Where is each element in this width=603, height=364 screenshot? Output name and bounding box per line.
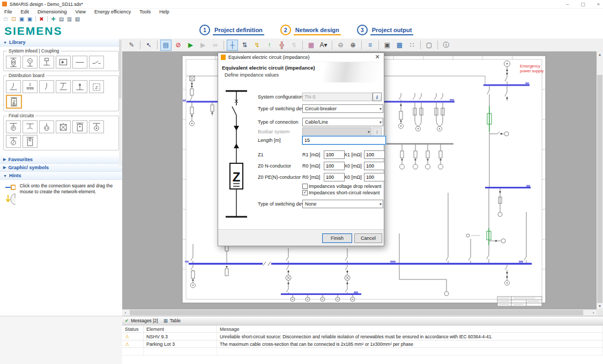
dialog-titlebar[interactable]: Equivalent electric circuit (impedance) … (218, 53, 384, 62)
lamp-circuit-icon[interactable] (89, 120, 104, 133)
distribution-tap-icon[interactable] (56, 80, 71, 93)
window-layout-icon[interactable]: ▢ (423, 40, 435, 51)
align-tool-icon[interactable]: ≡ (364, 40, 376, 51)
menu-item-help[interactable]: Help (155, 9, 174, 14)
busbar-trunking-icon[interactable] (23, 80, 38, 93)
info-tool-icon[interactable]: ⓘ (441, 40, 452, 51)
message-row[interactable]: ⚠NSHV 9.3Unreliable short-circuit source… (122, 333, 603, 340)
generator-infeed-icon[interactable] (23, 56, 38, 69)
connect-tool-icon[interactable]: ✚ (49, 16, 57, 22)
pan-tool-icon[interactable]: ✎ (126, 40, 137, 51)
scrollbar-thumb[interactable] (130, 310, 583, 315)
titlebar[interactable]: SIMARIS design - Demo_SD11.sdx* – ▢ × (0, 0, 603, 9)
delete-icon[interactable]: ✖ (38, 16, 46, 22)
sidebar-section-favourites[interactable]: ▶ Favourites (0, 156, 122, 164)
dialog-close-icon[interactable]: ✕ (373, 53, 382, 61)
switching-device-select[interactable]: Circuit-breaker ▾ (302, 104, 383, 113)
paste-icon[interactable]: ▧ (73, 16, 81, 22)
menu-item-view[interactable]: View (71, 9, 90, 14)
step-project-definition[interactable]: 1 Project definition (199, 25, 264, 35)
info-button[interactable]: i (373, 93, 382, 101)
copy-icon[interactable]: ▤ (57, 16, 65, 22)
menu-item-edit[interactable]: Edit (17, 9, 34, 14)
cancel-button[interactable]: Cancel (354, 233, 382, 243)
socket-circuit-icon[interactable] (72, 120, 87, 133)
riser-distribution-icon[interactable] (72, 80, 87, 93)
equivalent-impedance-icon[interactable]: Z (6, 95, 22, 109)
lower-busbar[interactable] (281, 293, 361, 295)
r1-input[interactable] (324, 150, 345, 159)
stop-icon[interactable]: ⊘ (173, 40, 184, 51)
short-circuit-checkbox[interactable] (302, 190, 308, 195)
zoom-window-icon[interactable]: ▣ (382, 40, 393, 51)
motor-circuit-icon[interactable] (6, 135, 21, 148)
scroll-down-icon[interactable]: ▾ (597, 303, 603, 309)
sidebar-scrollbar[interactable] (119, 39, 122, 166)
distribution-tbar-icon[interactable] (23, 120, 38, 133)
finish-button[interactable]: Finish (322, 233, 352, 243)
horizontal-scrollbar[interactable]: ‹ › (122, 309, 597, 316)
menu-item-tools[interactable]: Tools (135, 9, 155, 14)
sidebar-section-hints[interactable]: ▼ Hints (0, 172, 122, 180)
step-network-design[interactable]: 2 Network design (280, 25, 341, 35)
run-dimensioning-icon[interactable]: ▶ (185, 40, 196, 51)
menu-item-file[interactable]: File (0, 9, 17, 14)
sub-busbar[interactable] (385, 143, 453, 145)
heater-circuit-icon[interactable] (39, 120, 54, 133)
fit-view-icon[interactable]: ∷ (406, 40, 418, 51)
message-row[interactable]: ⚠Parking Lot 3The maximum cable cross-se… (122, 340, 603, 348)
r0n-input[interactable] (324, 162, 345, 170)
scrollbar-thumb[interactable] (597, 75, 602, 303)
zoom-out-icon[interactable]: ⊖ (335, 40, 346, 51)
page-preview-icon[interactable]: ▤ (160, 40, 172, 51)
network-infeed-icon[interactable] (39, 56, 54, 69)
new-document-icon[interactable]: □ (2, 16, 10, 22)
busbar[interactable] (485, 187, 531, 188)
recalculate-icon[interactable]: ↯ (251, 40, 263, 51)
report-icon[interactable]: ▥ (65, 16, 73, 22)
transformer-infeed-icon[interactable] (6, 56, 21, 69)
length-input[interactable] (302, 136, 386, 145)
infeed-import-icon[interactable] (56, 56, 71, 69)
connection-type-select[interactable]: Cable/Line ▾ (302, 118, 383, 126)
voltage-drop-checkbox[interactable] (302, 184, 308, 189)
connection-line-icon[interactable] (72, 56, 87, 69)
emergency-busbar[interactable] (483, 85, 530, 86)
overview-window-icon[interactable]: ▩ (394, 40, 405, 51)
scroll-up-icon[interactable]: ▴ (597, 51, 603, 58)
sort-vertical-icon[interactable]: ⇅ (239, 40, 250, 51)
report-view-icon[interactable]: ▦ (306, 40, 317, 51)
switching-device2-select[interactable]: None ▾ (302, 200, 383, 208)
sidebar-section-library[interactable]: ▼ Library (0, 39, 122, 47)
maximize-button[interactable]: ▢ (580, 2, 585, 7)
save-as-icon[interactable]: ▣ (26, 16, 34, 22)
generic-load-icon[interactable] (56, 120, 71, 133)
column-message[interactable]: Message (217, 325, 603, 332)
select-tool-icon[interactable]: ↖ (143, 40, 154, 51)
close-button[interactable]: × (597, 2, 600, 7)
column-element[interactable]: Element (144, 325, 217, 332)
coupling-switch-icon[interactable] (89, 56, 104, 69)
scroll-left-icon[interactable]: ‹ (122, 309, 129, 316)
charging-station-icon[interactable] (23, 135, 38, 148)
pump-circuit-icon[interactable]: P (6, 120, 21, 133)
step-project-output[interactable]: 3 Project output (357, 25, 414, 35)
x1-input[interactable] (364, 150, 385, 159)
network-view-icon[interactable]: ┼ (227, 40, 238, 51)
sidebar-section-graphic-symbols[interactable]: ▶ Graphic/ symbols (0, 164, 122, 172)
x0n-input[interactable] (364, 162, 385, 170)
r0pe-input[interactable] (324, 173, 345, 181)
scroll-right-icon[interactable]: › (590, 309, 597, 316)
step-forward-icon[interactable]: ▶ (197, 40, 209, 51)
calculation-off-icon[interactable]: ↯ (288, 40, 300, 51)
main-distribution-icon[interactable] (6, 80, 21, 93)
save-icon[interactable]: ▣ (18, 16, 26, 22)
zoom-in-icon[interactable]: ⊕ (347, 40, 359, 51)
menu-item-energy-efficiency[interactable]: Energy efficiency (90, 9, 135, 14)
main-busbar[interactable] (189, 263, 532, 265)
move-up-icon[interactable]: ↑ (264, 40, 275, 51)
sub-distribution-icon[interactable] (39, 80, 54, 93)
open-project-icon[interactable]: ⊡ (10, 16, 18, 22)
minimize-button[interactable]: – (566, 2, 569, 7)
tab-table[interactable]: ▦ Table (163, 318, 181, 323)
